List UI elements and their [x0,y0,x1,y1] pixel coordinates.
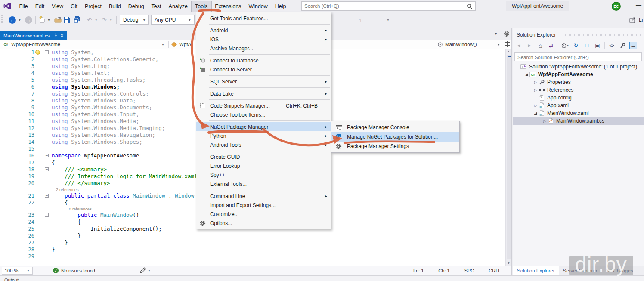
menubar-item-help[interactable]: Help [271,1,290,12]
menubar-item-tools[interactable]: Tools [192,1,211,12]
navigate-back-button[interactable]: ← [9,15,16,25]
tree-item-wpfappfontawesome[interactable]: ◢C#WpfAppFontAwesome [513,71,644,78]
collapse-region-icon[interactable]: – [45,50,49,54]
zoom-level-dropdown[interactable]: 100 %▼ [2,267,33,275]
properties-wrench-icon[interactable] [619,42,626,49]
breakpoint-margin[interactable] [0,145,8,152]
tab-list-dropdown-icon[interactable]: ▼ [494,32,498,36]
back-icon[interactable]: ◄ [515,42,523,49]
breakpoint-margin[interactable] [0,90,8,97]
view-code-icon[interactable]: <> [608,42,616,49]
menu-item-options[interactable]: Options... [196,219,331,228]
submenu-item-package-manager-settings[interactable]: Package Manager Settings [331,142,459,151]
scroll-up-icon[interactable]: ▲ [507,50,510,53]
collapse-region-icon[interactable]: – [45,154,49,157]
new-project-dropdown[interactable]: ▼ [47,15,50,25]
breakpoint-margin[interactable] [0,139,8,145]
redo-button[interactable]: ↷ [102,15,107,25]
expander-collapsed-icon[interactable]: ▷ [533,80,538,84]
panel-tab-solution-explorer[interactable]: Solution Explorer [513,266,559,275]
menu-item-nuget-package-manager[interactable]: NuGet Package Manager▶ [196,122,331,131]
toolbar-overflow-button[interactable]: ▼ [387,15,390,25]
tree-item-mainwindow-xaml[interactable]: ◢MainWindow.xaml [513,109,644,117]
menubar-item-file[interactable]: File [15,1,31,12]
menu-item-create-guid[interactable]: Create GUID [196,152,331,161]
breakpoint-margin[interactable] [0,77,8,83]
menubar-item-test[interactable]: Test [148,1,165,12]
solution-search-box[interactable] [514,52,642,61]
breakpoint-margin[interactable] [0,246,8,253]
tree-item-app-xaml[interactable]: ▷App.xaml [513,102,644,109]
menubar-item-view[interactable]: View [48,1,67,12]
undo-button[interactable]: ↶ [87,15,92,25]
pin-icon[interactable] [54,33,58,38]
navigate-back-dropdown[interactable]: ▼ [18,15,21,25]
preview-selected-items-icon[interactable]: ▬ [629,42,637,49]
breakpoint-margin[interactable] [0,225,8,232]
home-icon[interactable]: ⌂ [536,42,544,49]
menu-item-error-lookup[interactable]: Error Lookup [196,161,331,170]
breakpoint-margin[interactable] [0,70,8,77]
solution-platform-dropdown[interactable]: Any CPU▼ [151,15,195,25]
breakpoint-margin[interactable] [0,239,8,246]
menubar-item-debug[interactable]: Debug [124,1,148,12]
tree-item-references[interactable]: ▷References [513,86,644,94]
menubar-item-project[interactable]: Project [81,1,105,12]
menu-item-customize[interactable]: Customize... [196,210,331,219]
tree-item-app-config[interactable]: App.config [513,94,644,102]
tree-item-mainwindow-xaml-cs[interactable]: ▷MainWindow.xaml.cs [513,117,644,125]
codelens-references[interactable]: 0 references [69,207,92,211]
breakpoint-margin[interactable] [0,56,8,63]
collapse-region-icon[interactable]: – [45,194,49,198]
menu-item-connect-to-database[interactable]: Connect to Database... [196,56,331,65]
breakpoint-margin[interactable] [0,83,8,90]
breakpoint-margin[interactable] [0,97,8,104]
search-input[interactable] [302,3,467,9]
open-file-button[interactable] [54,15,62,25]
codelens-references[interactable]: 2 references [56,187,79,192]
breakpoint-margin[interactable] [0,180,8,187]
menu-item-command-line[interactable]: Command Line▶ [196,191,331,201]
code-cleanup-dropdown[interactable]: ▼ [148,269,151,272]
breakpoint-margin[interactable] [0,111,8,118]
breakpoint-margin[interactable] [0,159,8,166]
expander-collapsed-icon[interactable]: ▷ [533,104,538,108]
menu-item-choose-toolbox-items[interactable]: Choose Toolbox Items... [196,110,331,119]
menu-item-android[interactable]: Android▶ [196,26,331,35]
menubar-item-build[interactable]: Build [105,1,124,12]
breakpoint-margin[interactable] [0,63,8,70]
breakpoint-margin[interactable] [0,219,8,225]
menubar-item-git[interactable]: Git [67,1,81,12]
type-dropdown[interactable]: WpfA [169,40,194,49]
breakpoint-margin[interactable] [0,212,8,219]
save-button[interactable] [64,15,70,25]
solution-configuration-dropdown[interactable]: Debug▼ [120,15,149,25]
menu-item-import-and-export-settings[interactable]: Import and Export Settings... [196,201,331,210]
save-all-button[interactable] [73,15,80,25]
breakpoint-margin[interactable] [0,166,8,173]
expander-expanded-icon[interactable]: ◢ [533,111,538,115]
user-avatar[interactable]: EC [612,2,621,11]
breakpoint-margin[interactable] [0,192,8,199]
menu-item-sql-server[interactable]: SQL Server▶ [196,77,331,86]
pending-changes-filter-icon[interactable]: ▼ [561,42,569,49]
code-cleanup-icon[interactable] [139,267,146,274]
live-share-button[interactable] [629,15,636,25]
attach-button[interactable]: ˣ▯ [359,15,363,25]
close-tab-icon[interactable]: × [60,33,63,39]
breakpoint-margin[interactable] [0,199,8,206]
spaces-indicator[interactable]: SPC [464,268,474,273]
menubar-item-analyze[interactable]: Analyze [165,1,191,12]
quick-search-box[interactable] [301,1,476,11]
editor-vertical-scrollbar[interactable]: ▲ ▼ [505,49,511,266]
project-dropdown[interactable]: C# WpfAppFontAwesome ▼ [0,40,168,49]
redo-dropdown[interactable]: ▼ [109,15,112,25]
breakpoint-margin[interactable] [0,253,8,260]
submenu-item-package-manager-console[interactable]: Package Manager Console [331,123,459,132]
tree-item-properties[interactable]: ▷Properties [513,78,644,86]
menu-item-archive-manager[interactable]: Archive Manager... [196,44,331,53]
scrollbar-thumb[interactable] [507,55,511,259]
lightbulb-icon[interactable] [35,50,40,55]
menu-item-code-snippets-manager[interactable]: Code Snippets Manager...Ctrl+K, Ctrl+B [196,101,331,110]
line-ending-indicator[interactable]: CRLF [489,268,501,273]
